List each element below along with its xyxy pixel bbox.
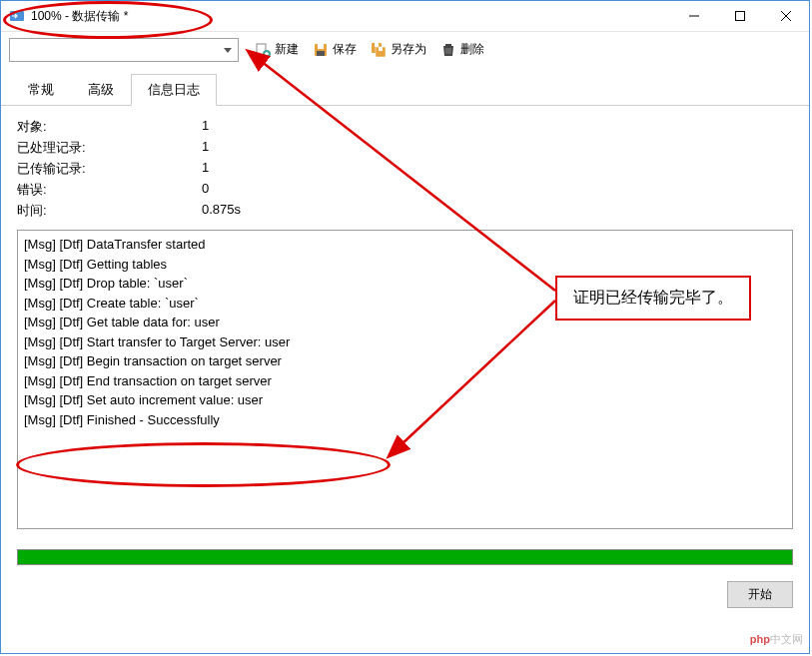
new-icon: [255, 42, 271, 58]
toolbar: 新建 保存 另存为 删除: [1, 31, 809, 67]
profile-dropdown[interactable]: [9, 38, 239, 62]
stat-time: 时间: 0.875s: [17, 202, 793, 220]
svg-rect-13: [379, 47, 383, 51]
tab-general[interactable]: 常规: [11, 74, 71, 106]
app-icon: [9, 8, 25, 24]
annotation-note: 证明已经传输完毕了。: [555, 276, 751, 321]
stat-transferred-label: 已传输记录:: [17, 160, 202, 178]
log-line: [Msg] [Dtf] Getting tables: [24, 255, 786, 275]
svg-rect-9: [317, 51, 325, 56]
minimize-button[interactable]: [671, 1, 717, 31]
tab-advanced[interactable]: 高级: [71, 74, 131, 106]
tab-log[interactable]: 信息日志: [131, 74, 217, 106]
stat-objects: 对象: 1: [17, 118, 793, 136]
log-line: [Msg] [Dtf] Finished - Successfully: [24, 410, 786, 430]
watermark-prefix: php: [750, 633, 770, 645]
log-line: [Msg] [Dtf] End transaction on target se…: [24, 371, 786, 391]
new-label: 新建: [275, 41, 299, 58]
maximize-button[interactable]: [717, 1, 763, 31]
stat-transferred-value: 1: [202, 160, 209, 178]
svg-rect-14: [445, 44, 451, 46]
progress-bar: [17, 549, 793, 565]
stat-objects-value: 1: [202, 118, 209, 136]
save-icon: [313, 42, 329, 58]
tab-strip: 常规 高级 信息日志: [1, 67, 809, 106]
svg-rect-2: [736, 12, 745, 21]
stat-time-value: 0.875s: [202, 202, 241, 220]
log-line: [Msg] [Dtf] Set auto increment value: us…: [24, 390, 786, 410]
log-line: [Msg] [Dtf] Start transfer to Target Ser…: [24, 332, 786, 352]
log-box[interactable]: [Msg] [Dtf] DataTransfer started[Msg] [D…: [17, 230, 793, 529]
window-title: 100% - 数据传输 *: [31, 8, 671, 25]
watermark: php中文网: [750, 632, 803, 647]
stat-objects-label: 对象:: [17, 118, 202, 136]
stat-processed-label: 已处理记录:: [17, 139, 202, 157]
app-window: 100% - 数据传输 * 新建 保存 另存为 删除 常规 高级 信息日志: [0, 0, 810, 654]
stat-errors-value: 0: [202, 181, 209, 199]
svg-rect-8: [318, 44, 324, 49]
stats-block: 对象: 1 已处理记录: 1 已传输记录: 1 错误: 0 时间: 0.875s: [17, 118, 793, 220]
log-line: [Msg] [Dtf] Begin transaction on target …: [24, 351, 786, 371]
save-button[interactable]: 保存: [307, 38, 363, 61]
stat-time-label: 时间:: [17, 202, 202, 220]
delete-label: 删除: [460, 41, 484, 58]
watermark-suffix: 中文网: [770, 633, 803, 645]
trash-icon: [440, 42, 456, 58]
saveas-icon: [371, 42, 387, 58]
footer: 开始: [1, 573, 809, 616]
stat-errors-label: 错误:: [17, 181, 202, 199]
delete-button[interactable]: 删除: [434, 38, 490, 61]
titlebar: 100% - 数据传输 *: [1, 1, 809, 31]
progress-wrap: [1, 541, 809, 573]
saveas-button[interactable]: 另存为: [365, 38, 432, 61]
content-area: 对象: 1 已处理记录: 1 已传输记录: 1 错误: 0 时间: 0.875s…: [1, 106, 809, 541]
stat-errors: 错误: 0: [17, 181, 793, 199]
svg-rect-11: [375, 43, 379, 47]
stat-transferred: 已传输记录: 1: [17, 160, 793, 178]
window-controls: [671, 1, 809, 31]
start-button[interactable]: 开始: [727, 581, 793, 608]
saveas-label: 另存为: [391, 41, 426, 58]
close-button[interactable]: [763, 1, 809, 31]
save-label: 保存: [333, 41, 357, 58]
log-line: [Msg] [Dtf] DataTransfer started: [24, 235, 786, 255]
stat-processed-value: 1: [202, 139, 209, 157]
new-button[interactable]: 新建: [249, 38, 305, 61]
stat-processed: 已处理记录: 1: [17, 139, 793, 157]
